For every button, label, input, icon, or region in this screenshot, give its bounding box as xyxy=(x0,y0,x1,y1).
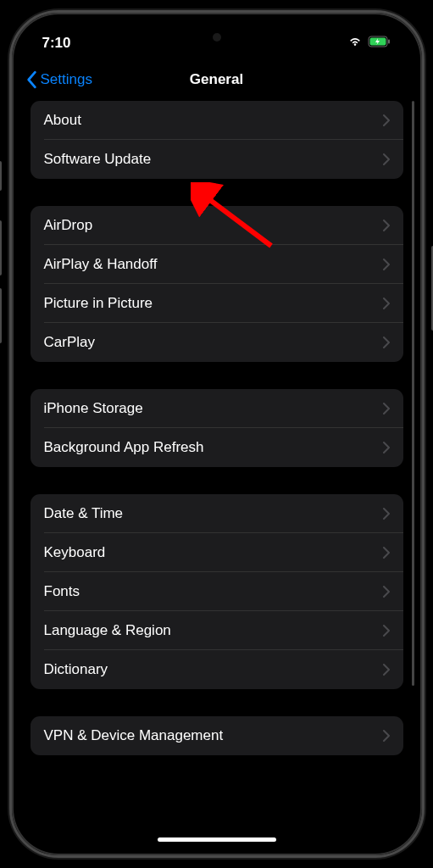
row-software-update[interactable]: Software Update xyxy=(31,140,403,179)
chevron-right-icon xyxy=(383,508,390,520)
row-fonts[interactable]: Fonts xyxy=(31,572,403,611)
row-keyboard[interactable]: Keyboard xyxy=(31,533,403,572)
settings-group: VPN & Device Management xyxy=(31,716,403,755)
back-label: Settings xyxy=(41,71,92,88)
svg-rect-2 xyxy=(388,40,390,44)
row-label: iPhone Storage xyxy=(44,400,143,417)
home-indicator[interactable] xyxy=(158,837,276,842)
phone-frame: 7:10 Settings General About xyxy=(9,10,425,858)
row-label: Fonts xyxy=(44,583,80,600)
row-label: About xyxy=(44,112,81,129)
nav-bar: Settings General xyxy=(17,60,417,101)
row-label: Picture in Picture xyxy=(44,295,153,312)
status-icons xyxy=(347,36,391,51)
row-label: Date & Time xyxy=(44,505,124,522)
row-background-app-refresh[interactable]: Background App Refresh xyxy=(31,428,403,467)
row-carplay[interactable]: CarPlay xyxy=(31,323,403,362)
chevron-right-icon xyxy=(383,153,390,165)
row-label: AirPlay & Handoff xyxy=(44,256,158,273)
battery-charging-icon xyxy=(368,36,391,51)
back-button[interactable]: Settings xyxy=(25,70,92,89)
chevron-right-icon xyxy=(383,625,390,637)
chevron-right-icon xyxy=(383,664,390,676)
row-airdrop[interactable]: AirDrop xyxy=(31,206,403,245)
chevron-right-icon xyxy=(383,547,390,559)
row-vpn-device-management[interactable]: VPN & Device Management xyxy=(31,716,403,755)
chevron-right-icon xyxy=(383,403,390,415)
chevron-right-icon xyxy=(383,730,390,742)
chevron-right-icon xyxy=(383,114,390,126)
chevron-right-icon xyxy=(383,298,390,309)
row-about[interactable]: About xyxy=(31,101,403,140)
settings-group: iPhone Storage Background App Refresh xyxy=(31,389,403,467)
settings-group: About Software Update xyxy=(31,101,403,179)
front-camera xyxy=(213,33,221,42)
chevron-right-icon xyxy=(383,442,390,453)
wifi-icon xyxy=(347,36,363,51)
status-time: 7:10 xyxy=(42,35,71,52)
scroll-indicator[interactable] xyxy=(412,101,414,686)
chevron-right-icon xyxy=(383,259,390,270)
row-label: CarPlay xyxy=(44,334,95,351)
row-iphone-storage[interactable]: iPhone Storage xyxy=(31,389,403,428)
row-label: Dictionary xyxy=(44,661,108,678)
chevron-right-icon xyxy=(383,220,390,231)
row-picture-in-picture[interactable]: Picture in Picture xyxy=(31,284,403,323)
row-language-region[interactable]: Language & Region xyxy=(31,611,403,650)
row-label: Software Update xyxy=(44,151,152,168)
chevron-right-icon xyxy=(383,337,390,348)
settings-group: AirDrop AirPlay & Handoff Picture in Pic… xyxy=(31,206,403,362)
chevron-right-icon xyxy=(383,586,390,598)
row-label: Background App Refresh xyxy=(44,439,204,456)
row-date-time[interactable]: Date & Time xyxy=(31,494,403,533)
settings-group: Date & Time Keyboard Fonts Language & Re… xyxy=(31,494,403,689)
page-title: General xyxy=(190,71,243,88)
row-label: AirDrop xyxy=(44,217,93,234)
chevron-left-icon xyxy=(25,70,37,89)
row-label: Language & Region xyxy=(44,622,171,639)
row-airplay-handoff[interactable]: AirPlay & Handoff xyxy=(31,245,403,284)
row-dictionary[interactable]: Dictionary xyxy=(31,650,403,689)
row-label: Keyboard xyxy=(44,544,106,561)
settings-content[interactable]: About Software Update AirDrop AirPlay & … xyxy=(17,101,417,823)
row-label: VPN & Device Management xyxy=(44,727,224,744)
